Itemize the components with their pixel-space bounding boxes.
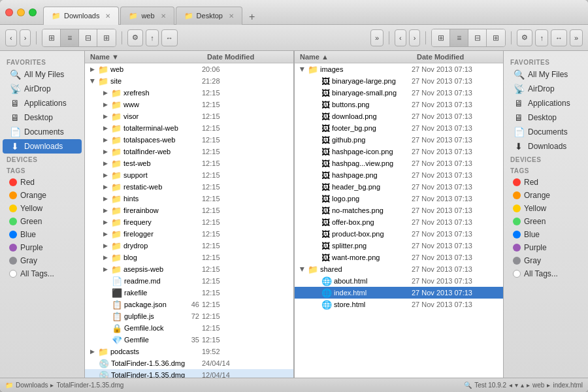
disclosure-triangle[interactable]: ▶: [103, 148, 108, 155]
sidebar-item-airdrop[interactable]: 📡AirDrop: [506, 82, 585, 96]
coverflow-view-button[interactable]: ⊞: [97, 29, 116, 46]
file-row[interactable]: 🖼want-more.png27 Nov 2013 07:13: [295, 252, 503, 263]
sidebar-item-desktop[interactable]: 🖥Desktop: [506, 110, 585, 125]
file-row[interactable]: 🖼hashpage-icon.png27 Nov 2013 07:13: [295, 146, 503, 157]
right-name-header[interactable]: Name ▲: [295, 51, 412, 63]
file-row[interactable]: ▶📁xrefresh12:15: [85, 87, 293, 99]
sidebar-item-applications[interactable]: 🖥Applications: [3, 96, 82, 110]
sidebar-item-yellow[interactable]: Yellow: [3, 202, 82, 215]
file-row[interactable]: ▶📁visor12:15: [85, 110, 293, 122]
forward-button[interactable]: ›: [20, 29, 31, 46]
file-row[interactable]: ▶📁web20:06: [85, 63, 293, 75]
add-tab-button[interactable]: +: [244, 9, 260, 25]
file-row[interactable]: 🌐about.html27 Nov 2013 07:13: [295, 275, 503, 287]
disclosure-triangle[interactable]: ▶: [103, 266, 108, 272]
file-row[interactable]: 📄readme.md12:15: [85, 275, 293, 287]
file-row[interactable]: 💿TotalFinder-1.5.36.dmg24/04/14: [85, 357, 293, 369]
file-row[interactable]: 🌐index.html27 Nov 2013 07:13: [295, 287, 503, 299]
sidebar-item-downloads[interactable]: ⬇Downloads: [3, 139, 82, 154]
tab-web[interactable]: 📁web✕: [120, 7, 174, 25]
icon-view-button-2[interactable]: ⊞: [432, 29, 450, 46]
sidebar-item-orange[interactable]: Orange: [506, 189, 585, 202]
disclosure-triangle[interactable]: ▶: [103, 172, 108, 178]
file-row[interactable]: ▶📁shared27 Nov 2013 07:13: [295, 263, 503, 275]
file-row[interactable]: 🖼binaryage-large.png27 Nov 2013 07:13: [295, 75, 503, 87]
more-button[interactable]: ↔: [161, 29, 178, 46]
action-button[interactable]: ↑: [146, 29, 159, 46]
file-row[interactable]: ▶📁site21:28: [85, 75, 293, 87]
sidebar-item-gray[interactable]: Gray: [3, 254, 82, 267]
disclosure-triangle[interactable]: ▶: [103, 101, 108, 108]
sidebar-item-blue[interactable]: Blue: [3, 228, 82, 241]
file-row[interactable]: 🖼header_bg.png27 Nov 2013 07:13: [295, 181, 503, 193]
file-row[interactable]: ▶📁firerainbow12:15: [85, 204, 293, 216]
sidebar-item-gray[interactable]: Gray: [506, 254, 585, 267]
disclosure-triangle[interactable]: ▶: [103, 219, 108, 225]
file-row[interactable]: ▶📁drydrop12:15: [85, 240, 293, 252]
sidebar-item-red[interactable]: Red: [506, 176, 585, 189]
file-row[interactable]: 🖼buttons.png27 Nov 2013 07:13: [295, 99, 503, 110]
arrange-button[interactable]: ⚙: [127, 29, 143, 46]
back-button-2[interactable]: ‹: [395, 29, 406, 46]
sidebar-item-all-my-files[interactable]: 🔍All My Files: [506, 67, 585, 82]
more-button-2[interactable]: ↔: [551, 29, 567, 46]
column-view-button[interactable]: ⊟: [79, 29, 97, 46]
file-row[interactable]: ▶📁test-web12:15: [85, 157, 293, 169]
sidebar-item-airdrop[interactable]: 📡AirDrop: [3, 82, 82, 96]
file-row[interactable]: ▶📁totalfinder-web12:15: [85, 146, 293, 157]
disclosure-triangle[interactable]: ▶: [103, 160, 108, 167]
sidebar-item-desktop[interactable]: 🖥Desktop: [3, 110, 82, 125]
disclosure-triangle[interactable]: ▶: [90, 348, 95, 355]
file-row[interactable]: 🖼download.png27 Nov 2013 07:13: [295, 110, 503, 122]
file-row[interactable]: ▶📁asepsis-web12:15: [85, 263, 293, 275]
sidebar-item-documents[interactable]: 📄Documents: [506, 125, 585, 139]
sidebar-item-purple[interactable]: Purple: [506, 241, 585, 254]
sidebar-item-orange[interactable]: Orange: [3, 189, 82, 202]
file-row[interactable]: 🖼footer_bg.png27 Nov 2013 07:13: [295, 122, 503, 134]
file-row[interactable]: 💎Gemfile3512:15: [85, 334, 293, 346]
sidebar-item-red[interactable]: Red: [3, 176, 82, 189]
file-row[interactable]: ▶📁images27 Nov 2013 07:13: [295, 63, 503, 75]
file-row[interactable]: ▶📁www12:15: [85, 99, 293, 110]
disclosure-triangle[interactable]: ▶: [103, 113, 108, 120]
disclosure-triangle[interactable]: ▶: [103, 137, 108, 143]
tab-desktop[interactable]: 📁Desktop✕: [176, 7, 242, 25]
list-view-button[interactable]: ≡: [61, 29, 79, 46]
disclosure-triangle[interactable]: ▶: [103, 125, 108, 131]
file-row[interactable]: 🖼hashpage.png27 Nov 2013 07:13: [295, 169, 503, 181]
file-row[interactable]: ▶📁blog12:15: [85, 252, 293, 263]
file-row[interactable]: 🖼product-box.png27 Nov 2013 07:13: [295, 228, 503, 240]
close-button[interactable]: [5, 8, 13, 16]
tab-close[interactable]: ✕: [105, 12, 110, 20]
disclosure-triangle[interactable]: ▶: [103, 231, 108, 237]
file-row[interactable]: ▶📁hints12:15: [85, 193, 293, 204]
file-row[interactable]: ▶📁support12:15: [85, 169, 293, 181]
disclosure-triangle[interactable]: ▶: [103, 90, 108, 96]
icon-view-button[interactable]: ⊞: [42, 29, 61, 46]
disclosure-triangle[interactable]: ▶: [299, 267, 306, 272]
disclosure-triangle[interactable]: ▶: [299, 67, 306, 72]
sidebar-item-green[interactable]: Green: [506, 215, 585, 228]
tab-close[interactable]: ✕: [229, 12, 234, 20]
sidebar-item-downloads[interactable]: ⬇Downloads: [506, 139, 585, 154]
disclosure-triangle[interactable]: ▶: [103, 242, 108, 249]
file-row[interactable]: ▶📁totalspaces-web12:15: [85, 134, 293, 146]
disclosure-triangle[interactable]: ▶: [103, 195, 108, 202]
forward-button-2[interactable]: ›: [409, 29, 421, 46]
more-right-button-2[interactable]: »: [570, 29, 583, 46]
file-row[interactable]: 🖼github.png27 Nov 2013 07:13: [295, 134, 503, 146]
tab-downloads[interactable]: 📁Downloads✕: [43, 7, 119, 25]
sidebar-item-blue[interactable]: Blue: [506, 228, 585, 241]
file-row[interactable]: ▶📁restatic-web12:15: [85, 181, 293, 193]
file-row[interactable]: ▶📁totalterminal-web12:15: [85, 122, 293, 134]
file-row[interactable]: 🖼logo.png27 Nov 2013 07:13: [295, 193, 503, 204]
disclosure-triangle[interactable]: ▶: [90, 66, 95, 73]
right-date-header[interactable]: Date Modified: [412, 51, 503, 63]
sidebar-item-all-tags[interactable]: All Tags...: [3, 267, 82, 280]
disclosure-triangle[interactable]: ▶: [103, 254, 108, 261]
file-row[interactable]: 🖼no-matches.png27 Nov 2013 07:13: [295, 204, 503, 216]
left-name-header[interactable]: Name ▼: [85, 51, 202, 63]
more-right-button[interactable]: »: [370, 29, 384, 46]
file-row[interactable]: ⬛rakefile12:15: [85, 287, 293, 299]
file-row[interactable]: 🌐store.html27 Nov 2013 07:13: [295, 299, 503, 310]
